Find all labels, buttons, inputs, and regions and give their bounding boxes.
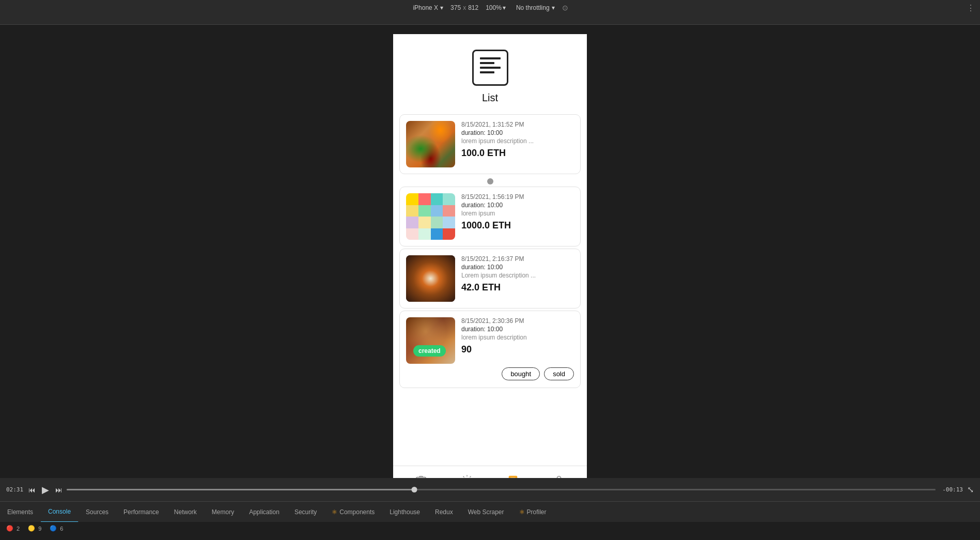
video-expand-icon[interactable]: ⤡ [967,485,974,495]
video-bar: 02:31 ⏮ ▶ ⏭ -00:13 ⤡ [0,478,980,501]
error-count: 2 [17,526,20,532]
app-title: List [482,92,498,104]
list-item[interactable]: 8/15/2021, 1:31:52 PM duration: 10:00 lo… [399,114,581,174]
more-options-icon[interactable]: ⋮ [967,3,975,13]
item-content-4: 8/15/2021, 2:30:36 PM duration: 10:00 lo… [461,317,574,364]
dimension-display: 375 x 812 [450,4,478,11]
zoom-chevron-icon: ▾ [503,4,506,11]
list-item[interactable]: created 8/15/2021, 2:30:36 PM duration: … [399,311,581,388]
video-prev-button[interactable]: ⏮ [28,486,36,494]
error-icon: 🔴 [6,525,13,532]
item-price-1: 100.0 ETH [461,148,574,159]
video-progress-fill [67,489,414,490]
item-desc-1: lorem ipsum description ... [461,137,574,145]
throttle-label: No throttling [516,4,550,11]
devtools-tab-lighthouse[interactable]: Lighthouse [382,502,428,522]
icon-line-3 [480,67,501,69]
devtools-bar: Elements Console Sources Performance Net… [0,501,980,540]
devtools-tab-profiler[interactable]: ⚛Profiler [512,502,554,522]
item-price-3: 42.0 ETH [461,282,574,293]
app-icon-inner [477,55,503,81]
list-item[interactable]: 8/15/2021, 1:56:19 PM duration: 10:00 lo… [399,187,581,246]
video-progress-bar[interactable] [67,489,936,490]
icon-line-1 [480,57,501,59]
device-name-label: iPhone X [413,4,438,11]
item-date-4: 8/15/2021, 2:30:36 PM [461,317,574,325]
height-value: 812 [468,4,478,11]
item-content-3: 8/15/2021, 2:16:37 PM duration: 10:00 Lo… [461,255,574,302]
devtools-tab-performance[interactable]: Performance [116,502,167,522]
main-area: List 8/15/2021, 1:31:52 PM duration: 10:… [0,25,980,501]
item-image-3 [406,255,455,302]
dimension-separator: x [463,4,466,11]
app-icon [472,50,508,86]
ruler-strip [0,16,980,25]
item-desc-2: lorem ipsum [461,210,574,217]
list-container: 8/15/2021, 1:31:52 PM duration: 10:00 lo… [393,114,587,390]
video-progress-thumb [411,487,417,492]
devtools-tab-memory[interactable]: Memory [205,502,242,522]
video-play-button[interactable]: ▶ [42,484,49,496]
mobile-frame: List 8/15/2021, 1:31:52 PM duration: 10:… [393,34,587,494]
item-image-2 [406,193,455,240]
item-duration-3: duration: 10:00 [461,264,574,271]
width-value: 375 [450,4,461,11]
warning-count: 9 [38,526,41,532]
item-date-3: 8/15/2021, 2:16:37 PM [461,255,574,263]
item-duration-2: duration: 10:00 [461,202,574,209]
item-image-4: created [406,317,455,364]
item-price-2: 1000.0 ETH [461,220,574,231]
status-indicator-errors: 🔴 2 [6,525,20,532]
devtools-tab-webscraper[interactable]: Web Scraper [461,502,512,522]
video-remaining-time: -00:13 [940,486,963,493]
zoom-value: 100% [486,4,502,11]
devtools-tab-components[interactable]: ⚛Components [324,502,382,522]
device-toolbar: iPhone X ▾ 375 x 812 100% ▾ No throttlin… [0,0,980,16]
device-chevron-icon: ▾ [440,4,443,11]
throttle-selector[interactable]: No throttling ▾ [513,3,558,12]
devtools-tabs: Elements Console Sources Performance Net… [0,501,980,522]
separator-dot [487,178,493,184]
item-date-1: 8/15/2021, 1:31:52 PM [461,121,574,128]
filter-buttons: bought sold [502,367,574,380]
warning-icon: 🟡 [28,525,35,532]
icon-line-2 [480,62,494,64]
item-desc-3: Lorem ipsum description ... [461,272,574,279]
devtools-tab-redux[interactable]: Redux [428,502,461,522]
video-controls: ⏮ ▶ ⏭ [28,484,63,496]
item-content-1: 8/15/2021, 1:31:52 PM duration: 10:00 lo… [461,121,574,167]
devtools-tab-security[interactable]: Security [287,502,324,522]
status-badge: created [413,345,446,357]
video-current-time: 02:31 [6,486,24,493]
video-next-button[interactable]: ⏭ [55,486,63,494]
info-icon: 🔵 [50,525,57,532]
app-header: List [393,34,587,114]
item-duration-1: duration: 10:00 [461,129,574,136]
zoom-selector[interactable]: 100% ▾ [483,3,509,12]
item-price-4: 90 [461,344,574,355]
components-icon: ⚛ [332,508,337,516]
item-desc-4: lorem ipsum description [461,334,574,341]
bought-button[interactable]: bought [502,367,540,380]
throttle-chevron-icon: ▾ [552,4,555,11]
profiler-icon: ⚛ [519,508,525,516]
devtools-tab-network[interactable]: Network [167,502,205,522]
icon-line-4 [480,71,494,73]
ruler-icon[interactable]: ⊙ [562,4,570,12]
status-indicator-info: 🔵 6 [50,525,63,532]
devtools-tab-application[interactable]: Application [242,502,287,522]
status-indicator-warnings: 🟡 9 [28,525,41,532]
list-item[interactable]: 8/15/2021, 2:16:37 PM duration: 10:00 Lo… [399,249,581,308]
device-selector[interactable]: iPhone X ▾ [410,3,446,12]
item-duration-4: duration: 10:00 [461,326,574,333]
devtools-status: 🔴 2 🟡 9 🔵 6 [0,522,980,535]
sold-button[interactable]: sold [544,367,574,380]
devtools-tab-sources[interactable]: Sources [79,502,116,522]
item-content-2: 8/15/2021, 1:56:19 PM duration: 10:00 lo… [461,193,574,240]
info-count: 6 [60,526,63,532]
devtools-tab-elements[interactable]: Elements [0,502,41,522]
item-date-2: 8/15/2021, 1:56:19 PM [461,193,574,200]
item-image-1 [406,121,455,167]
devtools-tab-console[interactable]: Console [41,502,79,522]
